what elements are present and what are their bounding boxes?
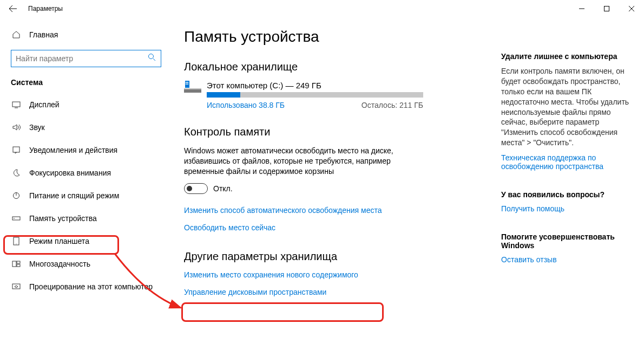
svg-rect-10 xyxy=(17,261,20,263)
tablet-icon xyxy=(11,237,22,245)
svg-rect-5 xyxy=(12,217,20,220)
sidebar: Главная Система Дисплей Звук Уведомления… xyxy=(0,17,172,298)
right-title-questions: У вас появились вопросы? xyxy=(501,190,631,199)
svg-rect-17 xyxy=(187,82,188,83)
toggle-knob xyxy=(187,186,192,191)
nav-label: Дисплей xyxy=(29,100,60,109)
nav-label: Звук xyxy=(29,123,45,132)
nav-label: Проецирование на этот компьютер xyxy=(29,282,153,291)
nav-display[interactable]: Дисплей xyxy=(8,93,161,116)
home-nav[interactable]: Главная xyxy=(11,25,161,44)
right-pane: Удалите лишнее с компьютера Если контрол… xyxy=(501,52,631,283)
svg-rect-18 xyxy=(186,83,187,85)
notification-icon xyxy=(11,146,22,154)
project-icon xyxy=(11,282,22,291)
svg-rect-16 xyxy=(186,82,187,83)
svg-rect-3 xyxy=(13,147,19,152)
search-input[interactable] xyxy=(11,50,161,67)
nav-sound[interactable]: Звук xyxy=(8,116,161,139)
arrow-left-icon xyxy=(9,4,17,13)
svg-rect-14 xyxy=(184,88,201,89)
right-text-cleanup: Если контроль памяти включен, он будет о… xyxy=(501,66,631,148)
window-title: Параметры xyxy=(28,5,569,12)
nav-power[interactable]: Питание и спящий режим xyxy=(8,184,161,207)
moon-icon xyxy=(11,169,22,177)
home-icon xyxy=(11,30,22,39)
svg-rect-11 xyxy=(17,264,20,267)
svg-point-1 xyxy=(149,54,154,59)
svg-rect-2 xyxy=(12,102,20,107)
svg-point-6 xyxy=(14,218,15,219)
svg-rect-19 xyxy=(187,83,188,85)
maximize-icon xyxy=(604,6,609,11)
right-title-feedback: Помогите усовершенствовать Windows xyxy=(501,232,631,250)
right-link-help[interactable]: Получить помощь xyxy=(501,204,631,213)
svg-point-8 xyxy=(16,243,16,244)
storage-icon xyxy=(11,214,22,223)
group-header-system: Система xyxy=(11,78,161,87)
right-link-support[interactable]: Техническая поддержка по освобождению пр… xyxy=(501,153,631,171)
nav-label: Режим планшета xyxy=(29,237,89,245)
search-icon xyxy=(148,53,156,64)
maximize-button[interactable] xyxy=(594,0,619,17)
minimize-icon xyxy=(579,6,584,11)
multitask-icon xyxy=(11,260,22,268)
storage-sense-toggle[interactable] xyxy=(184,183,208,194)
drive-progress-fill xyxy=(207,92,240,98)
nav-notifications[interactable]: Уведомления и действия xyxy=(8,139,161,161)
drive-free: Осталось: 211 ГБ xyxy=(362,101,423,109)
nav-projecting[interactable]: Проецирование на этот компьютер xyxy=(8,275,161,298)
titlebar: Параметры xyxy=(0,0,644,17)
nav-label: Многозадачность xyxy=(29,260,90,268)
storage-sense-desc: Windows может автоматически освободить м… xyxy=(184,146,417,177)
close-icon xyxy=(629,6,634,11)
nav-label: Питание и спящий режим xyxy=(29,191,119,200)
close-button[interactable] xyxy=(619,0,644,17)
svg-rect-12 xyxy=(12,284,20,289)
nav-focus[interactable]: Фокусировка внимания xyxy=(8,161,161,184)
link-manage-storage-spaces[interactable]: Управление дисковыми пространствами xyxy=(184,288,644,296)
drive-used[interactable]: Использовано 38.8 ГБ xyxy=(207,101,285,109)
drive-icon xyxy=(184,81,201,94)
toggle-state-label: Откл. xyxy=(213,184,233,193)
nav-tablet[interactable]: Режим планшета xyxy=(8,230,161,253)
nav-label: Уведомления и действия xyxy=(29,146,117,154)
search-field[interactable] xyxy=(16,54,148,63)
minimize-button[interactable] xyxy=(569,0,594,17)
window-controls xyxy=(569,0,644,17)
drive-progress xyxy=(207,92,423,98)
nav-storage[interactable]: Память устройства xyxy=(8,207,161,230)
home-label: Главная xyxy=(29,30,58,39)
back-button[interactable] xyxy=(4,0,22,17)
nav-label: Память устройства xyxy=(29,214,97,223)
svg-rect-9 xyxy=(12,261,16,267)
right-title-cleanup: Удалите лишнее с компьютера xyxy=(501,52,631,61)
page-title: Память устройства xyxy=(184,28,644,46)
nav-multitask[interactable]: Многозадачность xyxy=(8,253,161,275)
right-link-feedback[interactable]: Оставить отзыв xyxy=(501,255,631,264)
sound-icon xyxy=(11,123,22,132)
display-icon xyxy=(11,100,22,109)
drive-title: Этот компьютер (C:) — 249 ГБ xyxy=(207,81,429,90)
svg-rect-0 xyxy=(604,7,609,11)
power-icon xyxy=(11,191,22,200)
nav-label: Фокусировка внимания xyxy=(29,169,111,177)
